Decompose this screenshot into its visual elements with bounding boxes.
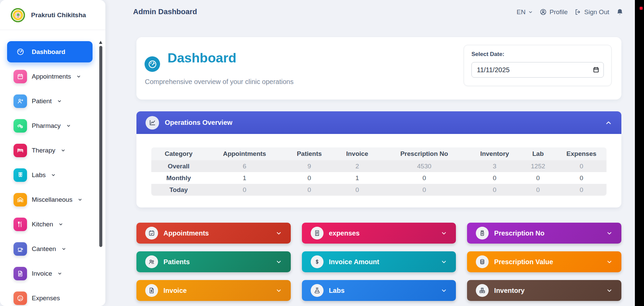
person-circle-icon xyxy=(540,8,547,16)
column-header-inventory: Inventory xyxy=(469,147,520,160)
accordion-inventory[interactable]: Inventory xyxy=(467,280,621,301)
column-header-category: Category xyxy=(151,147,206,160)
chevron-down-icon xyxy=(51,173,56,177)
sidebar-item-kitchen[interactable]: Kitchen xyxy=(7,214,93,235)
profile-button[interactable]: Profile xyxy=(540,8,568,16)
page-title: Admin Dashboard xyxy=(133,7,197,16)
chevron-down-icon xyxy=(528,10,533,15)
sidebar-item-patient[interactable]: Patient xyxy=(7,90,93,112)
sidebar-item-therapy[interactable]: Therapy xyxy=(7,140,93,161)
accordion-prescription-value[interactable]: Prescription Value xyxy=(467,251,621,272)
sidebar-item-dashboard[interactable]: Dashboard xyxy=(7,41,93,62)
table-row-overall: Overall6924530312520 xyxy=(151,160,607,172)
chevron-down-icon xyxy=(78,197,82,202)
accordion-invoice-amount[interactable]: Invoice Amount xyxy=(302,251,456,272)
hero-subtitle: Comprehensive overview of your clinic op… xyxy=(145,78,293,86)
date-input[interactable] xyxy=(471,62,604,78)
row-value: 0 xyxy=(379,184,469,196)
accordion-labs[interactable]: Labs xyxy=(302,280,456,301)
row-value: 0 xyxy=(379,172,469,184)
invoice-doc-icon xyxy=(14,267,27,280)
calendar-icon xyxy=(14,70,27,83)
storage-box-icon xyxy=(14,193,27,206)
row-value: 2 xyxy=(335,160,379,172)
sidebar-item-label: Patient xyxy=(32,98,52,105)
sidebar-item-expenses[interactable]: Expenses xyxy=(7,287,93,306)
sidebar-item-label: Dashboard xyxy=(32,48,65,56)
chevron-down-icon xyxy=(57,271,62,276)
test-tubes-icon xyxy=(14,168,27,182)
chevron-up-icon xyxy=(605,119,612,127)
table-header-row: CategoryAppointmentsPatientsInvoicePresc… xyxy=(151,147,607,160)
pill-bottle-icon xyxy=(476,227,489,240)
sidebar-item-label: Labs xyxy=(32,171,46,179)
sidebar-item-appointments[interactable]: Appointments xyxy=(7,66,93,87)
sidebar-item-miscellaneous[interactable]: Miscellaneous xyxy=(7,189,93,210)
sidebar-scrollbar-thumb[interactable] xyxy=(99,46,102,247)
operations-overview-title: Operations Overview xyxy=(165,119,232,127)
chart-line-icon xyxy=(146,116,159,130)
operations-overview-header[interactable]: Operations Overview xyxy=(136,111,621,134)
signout-label: Sign Out xyxy=(584,8,609,16)
sidebar-item-labs[interactable]: Labs xyxy=(7,164,93,186)
row-value: 6 xyxy=(206,160,283,172)
column-header-expenses: Expenses xyxy=(556,147,607,160)
chevron-down-icon xyxy=(606,287,613,294)
column-header-invoice: Invoice xyxy=(335,147,379,160)
row-category: Monthly xyxy=(151,172,206,184)
screen-edge-strip xyxy=(635,0,644,306)
row-value: 0 xyxy=(335,184,379,196)
accordion-prescription-no[interactable]: Prescription No xyxy=(467,223,621,244)
screen-edge-marker xyxy=(640,7,643,10)
column-header-lab: Lab xyxy=(520,147,557,160)
invoice-dollar-icon xyxy=(145,284,158,297)
sidebar-scroll-up-arrow[interactable] xyxy=(99,41,102,44)
sidebar-item-canteen[interactable]: Canteen xyxy=(7,238,93,259)
sidebar-item-pharmacy[interactable]: Pharmacy xyxy=(7,115,93,136)
pills-icon xyxy=(14,119,27,133)
boxes-icon xyxy=(476,284,489,297)
flask-icon xyxy=(311,284,324,297)
accordion-invoice[interactable]: Invoice xyxy=(136,280,291,301)
bed-icon xyxy=(14,144,27,157)
column-header-patients: Patients xyxy=(283,147,335,160)
sidebar-item-invoice[interactable]: Invoice xyxy=(7,263,93,284)
coffee-cup-icon xyxy=(14,242,27,256)
language-label: EN xyxy=(517,8,525,16)
hero-title: Dashboard xyxy=(168,51,236,65)
gauge-icon xyxy=(14,45,27,59)
language-selector[interactable]: EN xyxy=(517,8,533,16)
row-value: 0 xyxy=(469,172,520,184)
row-value: 0 xyxy=(469,184,520,196)
signout-button[interactable]: Sign Out xyxy=(574,8,609,16)
accordion-label: Prescription Value xyxy=(494,258,553,266)
sidebar-item-label: Therapy xyxy=(32,147,55,154)
calendar-check-icon xyxy=(145,227,158,240)
accordion-label: Labs xyxy=(329,287,345,295)
accordion-label: Appointments xyxy=(163,229,209,237)
utensils-icon xyxy=(14,218,27,231)
operations-overview-card: CategoryAppointmentsPatientsInvoicePresc… xyxy=(136,134,621,207)
row-value: 0 xyxy=(206,184,283,196)
sidebar-item-label: Pharmacy xyxy=(32,122,61,130)
clinic-logo xyxy=(10,7,26,23)
brand-row: Prakruti Chikitsha xyxy=(0,0,105,30)
sidebar: Prakruti Chikitsha Dashboard Appointment… xyxy=(0,0,105,306)
calendar-picker-icon[interactable] xyxy=(593,66,599,73)
row-value: 0 xyxy=(520,172,557,184)
accordion-label: expenses xyxy=(329,229,360,237)
brand-name: Prakruti Chikitsha xyxy=(31,11,86,19)
accordion-patients[interactable]: Patients xyxy=(136,251,291,272)
chevron-down-icon xyxy=(61,247,66,251)
accordion-appointments[interactable]: Appointments xyxy=(136,223,291,244)
table-body: Overall6924530312520Monthly1010000Today0… xyxy=(151,160,607,196)
sidebar-item-label: Canteen xyxy=(32,245,56,253)
column-header-prescription-no: Prescription No xyxy=(379,147,469,160)
chevron-down-icon xyxy=(441,230,447,237)
chevron-down-icon xyxy=(58,222,63,227)
chevron-down-icon xyxy=(606,230,613,237)
bell-icon[interactable] xyxy=(616,8,624,16)
accordion-expenses[interactable]: expenses xyxy=(302,223,456,244)
chevron-down-icon xyxy=(276,230,282,237)
accordion-label: Invoice Amount xyxy=(329,258,379,266)
